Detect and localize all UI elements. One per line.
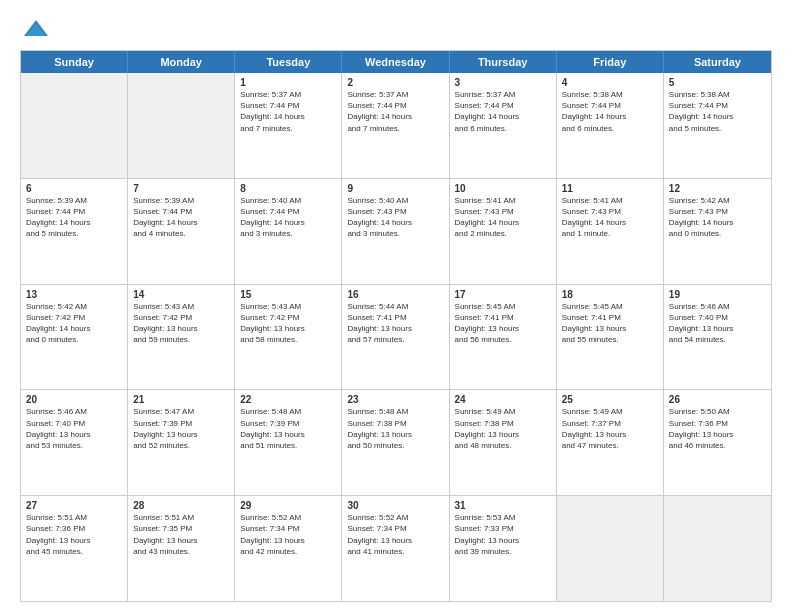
calendar-cell: 24Sunrise: 5:49 AM Sunset: 7:38 PM Dayli…: [450, 390, 557, 495]
cell-details: Sunrise: 5:37 AM Sunset: 7:44 PM Dayligh…: [455, 89, 551, 134]
day-number: 7: [133, 183, 229, 194]
day-number: 20: [26, 394, 122, 405]
cell-details: Sunrise: 5:51 AM Sunset: 7:36 PM Dayligh…: [26, 512, 122, 557]
cell-details: Sunrise: 5:50 AM Sunset: 7:36 PM Dayligh…: [669, 406, 766, 451]
calendar-cell: 11Sunrise: 5:41 AM Sunset: 7:43 PM Dayli…: [557, 179, 664, 284]
day-number: 13: [26, 289, 122, 300]
calendar-cell: 27Sunrise: 5:51 AM Sunset: 7:36 PM Dayli…: [21, 496, 128, 601]
day-number: 9: [347, 183, 443, 194]
calendar-header: SundayMondayTuesdayWednesdayThursdayFrid…: [21, 51, 771, 73]
calendar-cell: 7Sunrise: 5:39 AM Sunset: 7:44 PM Daylig…: [128, 179, 235, 284]
weekday-header: Thursday: [450, 51, 557, 73]
cell-details: Sunrise: 5:45 AM Sunset: 7:41 PM Dayligh…: [562, 301, 658, 346]
day-number: 8: [240, 183, 336, 194]
calendar-row: 1Sunrise: 5:37 AM Sunset: 7:44 PM Daylig…: [21, 73, 771, 179]
cell-details: Sunrise: 5:48 AM Sunset: 7:39 PM Dayligh…: [240, 406, 336, 451]
header: [20, 18, 772, 40]
cell-details: Sunrise: 5:51 AM Sunset: 7:35 PM Dayligh…: [133, 512, 229, 557]
calendar-cell: 31Sunrise: 5:53 AM Sunset: 7:33 PM Dayli…: [450, 496, 557, 601]
day-number: 21: [133, 394, 229, 405]
logo-icon: [22, 18, 50, 40]
day-number: 6: [26, 183, 122, 194]
weekday-header: Tuesday: [235, 51, 342, 73]
cell-details: Sunrise: 5:38 AM Sunset: 7:44 PM Dayligh…: [562, 89, 658, 134]
day-number: 23: [347, 394, 443, 405]
calendar-cell: 15Sunrise: 5:43 AM Sunset: 7:42 PM Dayli…: [235, 285, 342, 390]
calendar-cell: 18Sunrise: 5:45 AM Sunset: 7:41 PM Dayli…: [557, 285, 664, 390]
cell-details: Sunrise: 5:41 AM Sunset: 7:43 PM Dayligh…: [455, 195, 551, 240]
calendar-cell: 23Sunrise: 5:48 AM Sunset: 7:38 PM Dayli…: [342, 390, 449, 495]
cell-details: Sunrise: 5:44 AM Sunset: 7:41 PM Dayligh…: [347, 301, 443, 346]
cell-details: Sunrise: 5:52 AM Sunset: 7:34 PM Dayligh…: [347, 512, 443, 557]
calendar-cell: 26Sunrise: 5:50 AM Sunset: 7:36 PM Dayli…: [664, 390, 771, 495]
day-number: 12: [669, 183, 766, 194]
calendar-cell: 4Sunrise: 5:38 AM Sunset: 7:44 PM Daylig…: [557, 73, 664, 178]
day-number: 19: [669, 289, 766, 300]
day-number: 24: [455, 394, 551, 405]
calendar-cell: 10Sunrise: 5:41 AM Sunset: 7:43 PM Dayli…: [450, 179, 557, 284]
cell-details: Sunrise: 5:46 AM Sunset: 7:40 PM Dayligh…: [669, 301, 766, 346]
weekday-header: Sunday: [21, 51, 128, 73]
day-number: 22: [240, 394, 336, 405]
weekday-header: Friday: [557, 51, 664, 73]
cell-details: Sunrise: 5:53 AM Sunset: 7:33 PM Dayligh…: [455, 512, 551, 557]
calendar-row: 6Sunrise: 5:39 AM Sunset: 7:44 PM Daylig…: [21, 179, 771, 285]
day-number: 25: [562, 394, 658, 405]
page: SundayMondayTuesdayWednesdayThursdayFrid…: [0, 0, 792, 612]
calendar-cell: 28Sunrise: 5:51 AM Sunset: 7:35 PM Dayli…: [128, 496, 235, 601]
calendar-cell: 13Sunrise: 5:42 AM Sunset: 7:42 PM Dayli…: [21, 285, 128, 390]
calendar-cell: 12Sunrise: 5:42 AM Sunset: 7:43 PM Dayli…: [664, 179, 771, 284]
day-number: 17: [455, 289, 551, 300]
day-number: 18: [562, 289, 658, 300]
calendar-cell: 2Sunrise: 5:37 AM Sunset: 7:44 PM Daylig…: [342, 73, 449, 178]
calendar-row: 27Sunrise: 5:51 AM Sunset: 7:36 PM Dayli…: [21, 496, 771, 601]
calendar-cell: 14Sunrise: 5:43 AM Sunset: 7:42 PM Dayli…: [128, 285, 235, 390]
day-number: 2: [347, 77, 443, 88]
day-number: 5: [669, 77, 766, 88]
day-number: 14: [133, 289, 229, 300]
cell-details: Sunrise: 5:40 AM Sunset: 7:44 PM Dayligh…: [240, 195, 336, 240]
cell-details: Sunrise: 5:38 AM Sunset: 7:44 PM Dayligh…: [669, 89, 766, 134]
calendar: SundayMondayTuesdayWednesdayThursdayFrid…: [20, 50, 772, 602]
calendar-cell: 9Sunrise: 5:40 AM Sunset: 7:43 PM Daylig…: [342, 179, 449, 284]
weekday-header: Wednesday: [342, 51, 449, 73]
cell-details: Sunrise: 5:43 AM Sunset: 7:42 PM Dayligh…: [240, 301, 336, 346]
cell-details: Sunrise: 5:45 AM Sunset: 7:41 PM Dayligh…: [455, 301, 551, 346]
calendar-cell: 6Sunrise: 5:39 AM Sunset: 7:44 PM Daylig…: [21, 179, 128, 284]
cell-details: Sunrise: 5:43 AM Sunset: 7:42 PM Dayligh…: [133, 301, 229, 346]
cell-details: Sunrise: 5:52 AM Sunset: 7:34 PM Dayligh…: [240, 512, 336, 557]
cell-details: Sunrise: 5:42 AM Sunset: 7:42 PM Dayligh…: [26, 301, 122, 346]
calendar-cell: 1Sunrise: 5:37 AM Sunset: 7:44 PM Daylig…: [235, 73, 342, 178]
cell-details: Sunrise: 5:39 AM Sunset: 7:44 PM Dayligh…: [26, 195, 122, 240]
day-number: 1: [240, 77, 336, 88]
cell-details: Sunrise: 5:49 AM Sunset: 7:37 PM Dayligh…: [562, 406, 658, 451]
calendar-cell: 3Sunrise: 5:37 AM Sunset: 7:44 PM Daylig…: [450, 73, 557, 178]
day-number: 15: [240, 289, 336, 300]
cell-details: Sunrise: 5:46 AM Sunset: 7:40 PM Dayligh…: [26, 406, 122, 451]
calendar-row: 13Sunrise: 5:42 AM Sunset: 7:42 PM Dayli…: [21, 285, 771, 391]
logo-text: [20, 18, 50, 40]
calendar-cell: 30Sunrise: 5:52 AM Sunset: 7:34 PM Dayli…: [342, 496, 449, 601]
weekday-header: Saturday: [664, 51, 771, 73]
cell-details: Sunrise: 5:47 AM Sunset: 7:39 PM Dayligh…: [133, 406, 229, 451]
calendar-cell: 17Sunrise: 5:45 AM Sunset: 7:41 PM Dayli…: [450, 285, 557, 390]
cell-details: Sunrise: 5:49 AM Sunset: 7:38 PM Dayligh…: [455, 406, 551, 451]
cell-details: Sunrise: 5:42 AM Sunset: 7:43 PM Dayligh…: [669, 195, 766, 240]
weekday-header: Monday: [128, 51, 235, 73]
day-number: 27: [26, 500, 122, 511]
cell-details: Sunrise: 5:48 AM Sunset: 7:38 PM Dayligh…: [347, 406, 443, 451]
calendar-cell: [21, 73, 128, 178]
cell-details: Sunrise: 5:37 AM Sunset: 7:44 PM Dayligh…: [240, 89, 336, 134]
day-number: 29: [240, 500, 336, 511]
calendar-cell: 20Sunrise: 5:46 AM Sunset: 7:40 PM Dayli…: [21, 390, 128, 495]
day-number: 30: [347, 500, 443, 511]
day-number: 28: [133, 500, 229, 511]
calendar-cell: [128, 73, 235, 178]
calendar-cell: 5Sunrise: 5:38 AM Sunset: 7:44 PM Daylig…: [664, 73, 771, 178]
calendar-cell: 8Sunrise: 5:40 AM Sunset: 7:44 PM Daylig…: [235, 179, 342, 284]
cell-details: Sunrise: 5:39 AM Sunset: 7:44 PM Dayligh…: [133, 195, 229, 240]
calendar-cell: 21Sunrise: 5:47 AM Sunset: 7:39 PM Dayli…: [128, 390, 235, 495]
calendar-cell: 16Sunrise: 5:44 AM Sunset: 7:41 PM Dayli…: [342, 285, 449, 390]
day-number: 3: [455, 77, 551, 88]
cell-details: Sunrise: 5:40 AM Sunset: 7:43 PM Dayligh…: [347, 195, 443, 240]
